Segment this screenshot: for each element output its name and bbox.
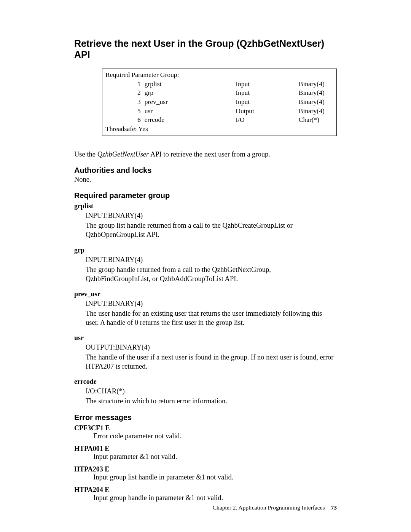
param-io: Input (236, 88, 298, 97)
table-row: 5 usr Output Binary(4) (105, 107, 333, 116)
param-desc: The handle of the user if a next user is… (86, 353, 337, 371)
param-num: 1 (105, 80, 145, 89)
param-desc: The group list handle returned from a ca… (86, 221, 337, 239)
param-desc: The user handle for an existing user tha… (86, 309, 337, 327)
param-name: errcode (145, 115, 236, 125)
error-msg: Input group handle in parameter &1 not v… (93, 494, 337, 502)
table-row: 6 errcode I/O Char(*) (105, 115, 333, 125)
param-type-line: I/O:CHAR(*) (86, 387, 337, 396)
param-term: grp (74, 246, 337, 254)
error-code: HTPA001 E (74, 445, 337, 453)
param-io: Input (236, 97, 298, 107)
intro-pre: Use the (74, 150, 97, 158)
param-type: Char(*) (299, 115, 333, 125)
footer-chapter: Chapter 2. Application Programming Inter… (213, 504, 325, 511)
error-msg: Error code parameter not valid. (93, 432, 337, 440)
param-name: grplist (145, 80, 236, 89)
param-box-header: Required Parameter Group: (105, 70, 333, 80)
param-def: usr OUTPUT:BINARY(4) The handle of the u… (74, 334, 337, 371)
page-footer: Chapter 2. Application Programming Inter… (213, 504, 337, 511)
table-row: 2 grp Input Binary(4) (105, 88, 333, 97)
param-io: I/O (236, 115, 298, 125)
param-io: Output (236, 107, 298, 116)
error-entry: HTPA001 E Input parameter &1 not valid. (74, 445, 337, 461)
param-type-line: OUTPUT:BINARY(4) (86, 343, 337, 352)
error-entry: CPF3CF1 E Error code parameter not valid… (74, 424, 337, 440)
param-name: grp (145, 88, 236, 97)
table-row: 1 grplist Input Binary(4) (105, 80, 333, 89)
param-num: 6 (105, 115, 145, 125)
intro-paragraph: Use the QzhbGetNextUser API to retrieve … (74, 150, 337, 158)
param-num: 3 (105, 97, 145, 107)
intro-post: API to retrieve the next user from a gro… (149, 150, 270, 158)
param-def: errcode I/O:CHAR(*) The structure in whi… (74, 378, 337, 406)
error-entry: HTPA203 E Input group list handle in par… (74, 465, 337, 481)
authorities-body: None. (74, 176, 337, 184)
param-type: Binary(4) (299, 88, 333, 97)
param-def: grp INPUT:BINARY(4) The group handle ret… (74, 246, 337, 283)
param-type: Binary(4) (299, 80, 333, 89)
param-type: Binary(4) (299, 107, 333, 116)
error-code: CPF3CF1 E (74, 424, 337, 432)
error-entry: HTPA204 E Input group handle in paramete… (74, 486, 337, 502)
param-name: prev_usr (145, 97, 236, 107)
param-num: 2 (105, 88, 145, 97)
section-error-messages: Error messages (74, 413, 337, 422)
param-desc: The group handle returned from a call to… (86, 265, 337, 283)
param-type-line: INPUT:BINARY(4) (86, 255, 337, 264)
threadsafe-line: Threadsafe: Yes (105, 125, 333, 134)
param-name: usr (145, 107, 236, 116)
table-row: 3 prev_usr Input Binary(4) (105, 97, 333, 107)
param-type-line: INPUT:BINARY(4) (86, 211, 337, 220)
page-title: Retrieve the next User in the Group (Qzh… (74, 38, 337, 60)
param-io: Input (236, 80, 298, 89)
param-term: errcode (74, 378, 337, 386)
param-type: Binary(4) (299, 97, 333, 107)
error-code: HTPA203 E (74, 465, 337, 473)
param-table: 1 grplist Input Binary(4) 2 grp Input Bi… (105, 80, 333, 125)
section-authorities: Authorities and locks (74, 166, 337, 175)
param-num: 5 (105, 107, 145, 116)
param-term: usr (74, 334, 337, 342)
error-msg: Input group list handle in parameter &1 … (93, 473, 337, 481)
error-msg: Input parameter &1 not valid. (93, 453, 337, 461)
document-page: Retrieve the next User in the Group (Qzh… (0, 0, 411, 529)
param-term: prev_usr (74, 290, 337, 298)
param-def: prev_usr INPUT:BINARY(4) The user handle… (74, 290, 337, 327)
param-def: grplist INPUT:BINARY(4) The group list h… (74, 202, 337, 239)
section-required-params: Required parameter group (74, 191, 337, 200)
param-desc: The structure in which to return error i… (86, 396, 337, 406)
param-term: grplist (74, 202, 337, 210)
footer-page-number: 73 (331, 504, 337, 511)
param-type-line: INPUT:BINARY(4) (86, 299, 337, 308)
intro-api-name: QzhbGetNextUser (97, 150, 149, 158)
parameter-group-box: Required Parameter Group: 1 grplist Inpu… (102, 69, 337, 136)
error-code: HTPA204 E (74, 486, 337, 494)
